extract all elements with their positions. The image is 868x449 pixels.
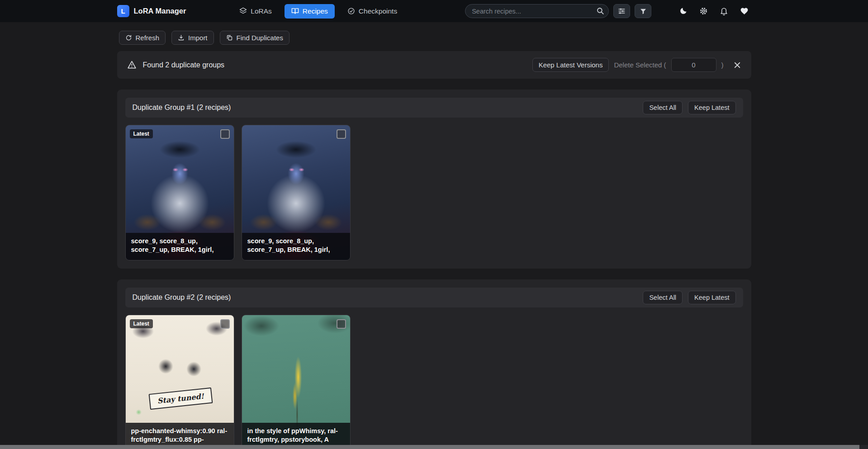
horizontal-scrollbar[interactable]	[0, 445, 868, 449]
recipe-card[interactable]: Latest score_9, score_8_up, score_7_up, …	[125, 125, 234, 260]
search-cluster	[465, 4, 651, 18]
keep-latest-versions-label: Keep Latest Versions	[539, 61, 603, 69]
nav-checkpoints[interactable]: Checkpoints	[347, 7, 397, 15]
navbar: L LoRA Manager LoRAs Recipes C	[0, 0, 868, 22]
main-content: Refresh Import Find Duplicates Found 2 d…	[117, 31, 751, 449]
nav-loras-label: LoRAs	[251, 7, 272, 15]
recipe-caption: score_9, score_8_up, score_7_up, BREAK, …	[126, 233, 234, 260]
refresh-label: Refresh	[136, 34, 160, 42]
sort-options-button[interactable]	[613, 4, 630, 18]
refresh-icon	[125, 34, 132, 41]
group-1-select-all-button[interactable]: Select All	[643, 101, 683, 114]
latest-badge: Latest	[130, 129, 153, 138]
nav-recipes-label: Recipes	[303, 7, 328, 15]
recipe-card[interactable]: score_9, score_8_up, score_7_up, BREAK, …	[242, 125, 351, 260]
copy-icon	[226, 34, 233, 41]
keep-latest-versions-button[interactable]: Keep Latest Versions	[532, 58, 609, 72]
group-2-cards: Stay tuned! Latest pp-enchanted-whimsy:0…	[125, 315, 743, 449]
search-input[interactable]	[465, 4, 609, 18]
app-logo-letter: L	[121, 7, 125, 15]
app-logo[interactable]: L	[117, 5, 129, 17]
delete-selected-label: Delete Selected (	[614, 61, 666, 69]
delete-count-input[interactable]	[671, 58, 716, 72]
settings-button[interactable]	[697, 5, 711, 18]
latest-badge: Latest	[130, 319, 153, 328]
nav-checkpoints-label: Checkpoints	[359, 7, 397, 15]
group-2-title: Duplicate Group #2 (2 recipes)	[133, 293, 231, 302]
find-duplicates-label: Find Duplicates	[237, 34, 283, 42]
gear-icon	[699, 7, 708, 15]
delete-selected-suffix: )	[721, 61, 724, 69]
close-icon	[733, 61, 741, 69]
theme-toggle-button[interactable]	[677, 5, 690, 18]
recipe-checkbox[interactable]	[220, 319, 230, 329]
funnel-icon	[640, 8, 647, 15]
checkpoint-icon	[347, 7, 355, 15]
duplicate-group-1: Duplicate Group #1 (2 recipes) Select Al…	[117, 90, 751, 269]
moon-icon	[679, 7, 688, 15]
toolbar: Refresh Import Find Duplicates	[117, 31, 751, 45]
group-1-title: Duplicate Group #1 (2 recipes)	[133, 104, 231, 112]
group-1-keep-latest-button[interactable]: Keep Latest	[688, 101, 735, 114]
group-1-cards: Latest score_9, score_8_up, score_7_up, …	[125, 125, 743, 260]
bell-icon	[720, 7, 728, 15]
favorites-button[interactable]	[738, 5, 751, 18]
horizontal-scrollbar-thumb[interactable]	[0, 445, 859, 449]
close-banner-button[interactable]	[733, 61, 741, 69]
nav-right-icons	[677, 5, 751, 18]
brand: L LoRA Manager	[117, 5, 186, 17]
book-icon	[291, 7, 299, 15]
keep-latest-label: Keep Latest	[694, 294, 729, 301]
recipe-checkbox[interactable]	[337, 129, 346, 139]
nav-loras[interactable]: LoRAs	[239, 7, 272, 15]
import-label: Import	[188, 34, 208, 42]
duplicate-group-2: Duplicate Group #2 (2 recipes) Select Al…	[117, 279, 751, 449]
recipe-checkbox[interactable]	[220, 129, 230, 139]
select-all-label: Select All	[649, 104, 676, 111]
import-icon	[178, 34, 185, 41]
layers-icon	[239, 7, 247, 15]
import-button[interactable]: Import	[171, 31, 214, 45]
duplicates-banner: Found 2 duplicate groups Keep Latest Ver…	[117, 51, 751, 79]
group-2-select-all-button[interactable]: Select All	[643, 291, 683, 304]
keep-latest-label: Keep Latest	[694, 104, 729, 111]
group-2-keep-latest-button[interactable]: Keep Latest	[688, 291, 735, 304]
recipe-caption: score_9, score_8_up, score_7_up, BREAK, …	[242, 233, 350, 260]
warning-icon	[127, 60, 137, 70]
select-all-label: Select All	[649, 294, 676, 301]
sliders-icon	[618, 7, 626, 15]
find-duplicates-button[interactable]: Find Duplicates	[220, 31, 289, 45]
recipe-checkbox[interactable]	[337, 319, 346, 329]
group-2-header: Duplicate Group #2 (2 recipes) Select Al…	[125, 288, 743, 307]
image-text-sign: Stay tuned!	[149, 388, 213, 410]
heart-icon	[740, 7, 749, 15]
recipe-card[interactable]: Stay tuned! Latest pp-enchanted-whimsy:0…	[125, 315, 234, 449]
search-icon[interactable]	[596, 7, 604, 15]
search-box	[465, 4, 609, 18]
filter-button[interactable]	[635, 4, 651, 18]
app-title: LoRA Manager	[134, 7, 186, 15]
main-nav: LoRAs Recipes Checkpoints	[239, 4, 397, 19]
nav-recipes[interactable]: Recipes	[285, 4, 335, 19]
recipe-card[interactable]: in the style of ppWhimsy, ral-frctlgmtry…	[242, 315, 351, 449]
refresh-button[interactable]: Refresh	[119, 31, 166, 45]
banner-message: Found 2 duplicate groups	[143, 61, 225, 69]
notifications-button[interactable]	[717, 5, 731, 18]
group-1-header: Duplicate Group #1 (2 recipes) Select Al…	[125, 98, 743, 118]
